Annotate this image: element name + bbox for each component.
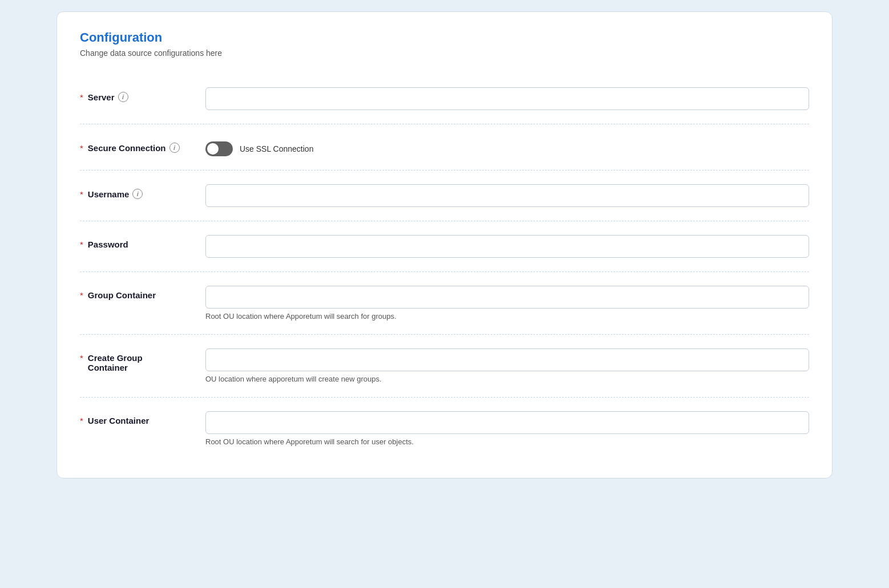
group-container-row: * Group Container Root OU location where…: [80, 272, 809, 335]
server-label-col: * Server i: [80, 87, 205, 102]
secure-connection-required: *: [80, 143, 83, 153]
server-input-col: [205, 87, 809, 110]
user-container-input-col: Root OU location where Apporetum will se…: [205, 411, 809, 446]
secure-connection-input-col: Use SSL Connection: [205, 138, 809, 156]
password-label: Password: [88, 240, 128, 249]
user-container-label: User Container: [88, 416, 149, 425]
create-group-container-input-col: OU location where apporetum will create …: [205, 348, 809, 383]
ssl-toggle[interactable]: [205, 141, 233, 156]
secure-connection-label: Secure Connection: [88, 143, 166, 153]
page-title: Configuration: [80, 30, 809, 45]
group-container-hint: Root OU location where Apporetum will se…: [205, 312, 809, 321]
group-container-input[interactable]: [205, 286, 809, 309]
server-input[interactable]: [205, 87, 809, 110]
group-container-input-col: Root OU location where Apporetum will se…: [205, 286, 809, 321]
server-info-icon: i: [118, 92, 128, 102]
password-label-col: * Password: [80, 235, 205, 249]
password-required: *: [80, 240, 83, 249]
page-subtitle: Change data source configurations here: [80, 48, 809, 58]
username-input-col: [205, 184, 809, 207]
create-group-container-row: * Create GroupContainer OU location wher…: [80, 335, 809, 398]
username-label: Username: [88, 189, 130, 199]
secure-connection-info-icon: i: [169, 143, 180, 153]
configuration-card: Configuration Change data source configu…: [56, 11, 833, 478]
secure-connection-row: * Secure Connection i Use SSL Connection: [80, 124, 809, 171]
username-input[interactable]: [205, 184, 809, 207]
ssl-toggle-knob: [207, 143, 219, 155]
server-label: Server: [88, 92, 115, 102]
user-container-input[interactable]: [205, 411, 809, 434]
create-group-container-label-col: * Create GroupContainer: [80, 348, 205, 372]
user-container-hint: Root OU location where Apporetum will se…: [205, 437, 809, 446]
secure-connection-label-col: * Secure Connection i: [80, 138, 205, 153]
username-info-icon: i: [132, 189, 143, 199]
group-container-label-col: * Group Container: [80, 286, 205, 300]
username-row: * Username i: [80, 171, 809, 221]
create-group-container-hint: OU location where apporetum will create …: [205, 375, 809, 383]
ssl-toggle-label: Use SSL Connection: [240, 144, 313, 153]
password-input[interactable]: [205, 235, 809, 258]
password-input-col: [205, 235, 809, 258]
server-row: * Server i: [80, 74, 809, 124]
user-container-label-col: * User Container: [80, 411, 205, 425]
password-row: * Password: [80, 221, 809, 272]
secure-connection-toggle-row: Use SSL Connection: [205, 138, 809, 156]
user-container-row: * User Container Root OU location where …: [80, 398, 809, 460]
create-group-container-input[interactable]: [205, 348, 809, 371]
username-label-col: * Username i: [80, 184, 205, 199]
group-container-label: Group Container: [88, 290, 156, 300]
server-required: *: [80, 92, 83, 102]
group-container-required: *: [80, 290, 83, 300]
create-group-container-label: Create GroupContainer: [88, 353, 143, 372]
username-required: *: [80, 189, 83, 199]
create-group-container-required: *: [80, 353, 83, 363]
user-container-required: *: [80, 416, 83, 425]
